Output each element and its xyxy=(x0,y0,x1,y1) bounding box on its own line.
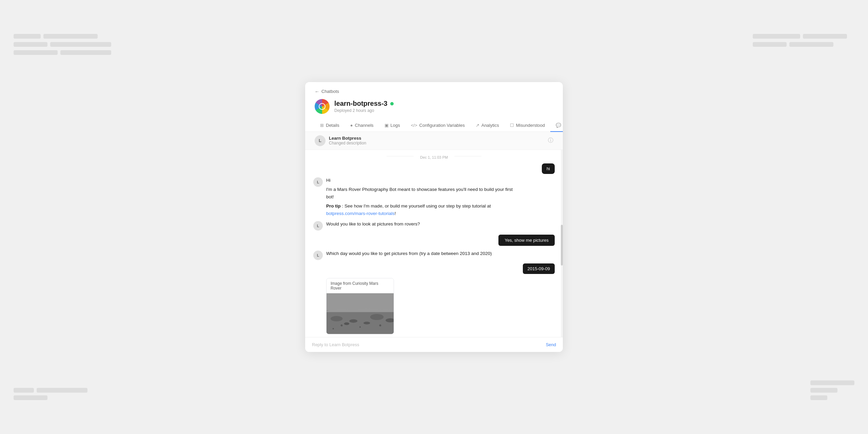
messages-scroll[interactable]: Dec 1, 11:03 PM hi L Hi I'm a Mars Rover… xyxy=(305,150,563,337)
background-left xyxy=(0,0,129,434)
system-avatar: L xyxy=(315,135,326,146)
image-card-label: Image from Curiosity Mars Rover xyxy=(327,278,394,293)
user-action-row: Yes, show me pictures xyxy=(305,233,563,248)
background-bottom-right xyxy=(810,380,854,400)
skel-bar xyxy=(14,395,47,400)
mars-image xyxy=(327,293,394,334)
bot-name-section: learn-botpress-3 Deployed 2 hours ago xyxy=(334,100,394,113)
bot-bubble-intro: Hi I'm a Mars Rover Photography Bot mean… xyxy=(326,177,516,217)
show-pictures-label: Yes, show me pictures xyxy=(505,238,549,243)
skel-bar xyxy=(60,50,111,55)
tab-details[interactable]: ⊞ Details xyxy=(315,119,345,132)
system-name: Learn Botpress xyxy=(329,136,548,141)
main-card: ← Chatbots learn-botpress-3 Deployed 2 h… xyxy=(305,82,563,352)
svg-point-5 xyxy=(370,314,384,320)
back-arrow-icon: ← xyxy=(315,89,319,94)
tab-logs-label: Logs xyxy=(391,123,400,128)
tab-logs[interactable]: ▣ Logs xyxy=(379,119,406,132)
bot-date-question-text: Which day would you like to get pictures… xyxy=(326,251,492,256)
send-label: Send xyxy=(546,342,556,347)
channels-icon: ● xyxy=(350,123,353,128)
skel-bar xyxy=(810,395,827,400)
bot-question-pictures: L Would you like to look at pictures fro… xyxy=(305,218,563,233)
tab-config[interactable]: </> Configuration Variables xyxy=(406,119,470,132)
tab-config-label: Configuration Variables xyxy=(419,123,465,128)
skel-bar xyxy=(753,42,787,47)
svg-point-12 xyxy=(379,324,381,327)
user-bubble-text: hi xyxy=(547,166,550,171)
user-message-hi: hi xyxy=(305,162,563,175)
scrollbar-thumb[interactable] xyxy=(561,225,563,265)
back-link[interactable]: ← Chatbots xyxy=(315,89,553,94)
bot-question-date: L Which day would you like to get pictur… xyxy=(305,248,563,262)
tab-misunderstood-label: Misunderstood xyxy=(516,123,545,128)
skel-bar xyxy=(14,50,58,55)
svg-point-7 xyxy=(344,322,349,325)
svg-rect-1 xyxy=(327,294,394,311)
reply-box: Send xyxy=(305,337,563,352)
status-dot xyxy=(390,102,394,105)
bot-line-hi: Hi xyxy=(326,177,516,184)
send-button[interactable]: Send xyxy=(546,342,556,347)
bot-info: learn-botpress-3 Deployed 2 hours ago xyxy=(315,99,553,114)
skel-bar xyxy=(803,34,847,39)
bot-name-text: learn-botpress-3 xyxy=(334,100,388,107)
bot-question-text: Would you like to look at pictures from … xyxy=(326,221,420,226)
svg-point-11 xyxy=(359,327,361,328)
date-bubble: 2015-09-09 xyxy=(523,263,555,274)
info-icon[interactable]: ⓘ xyxy=(548,137,553,144)
nav-tabs: ⊞ Details ● Channels ▣ Logs </> Configur… xyxy=(315,119,553,132)
svg-point-10 xyxy=(341,324,343,327)
tutorial-link[interactable]: botpress.com/mars-rover-tutorials xyxy=(326,211,395,216)
show-pictures-button[interactable]: Yes, show me pictures xyxy=(498,235,555,246)
scrollbar-track xyxy=(561,150,563,337)
tab-analytics[interactable]: ↗ Analytics xyxy=(470,119,505,132)
skel-bar xyxy=(43,34,98,39)
user-bubble: hi xyxy=(542,163,555,174)
date-label: Dec 1, 11:03 PM xyxy=(420,155,448,159)
skel-bar xyxy=(753,34,800,39)
tab-channels[interactable]: ● Channels xyxy=(345,119,379,132)
bot-status-label: Deployed 2 hours ago xyxy=(334,108,394,113)
reply-input[interactable] xyxy=(312,342,542,347)
background-right xyxy=(739,0,868,434)
system-message: L Learn Botpress Changed description ⓘ xyxy=(305,132,563,150)
background-bottom-left xyxy=(14,388,87,400)
skel-bar xyxy=(810,388,837,393)
skel-bar xyxy=(810,380,854,385)
skel-bar xyxy=(50,42,111,47)
bot-logo xyxy=(315,99,330,114)
misunderstood-icon: ☐ xyxy=(510,123,514,128)
logs-icon: ▣ xyxy=(384,123,389,128)
skel-bar xyxy=(14,42,47,47)
image-card: Image from Curiosity Mars Rover xyxy=(326,278,394,334)
bot-line-intro: I'm a Mars Rover Photography Bot meant t… xyxy=(326,186,516,200)
skel-bar xyxy=(14,34,41,39)
skel-bar xyxy=(789,42,833,47)
card-header: ← Chatbots learn-botpress-3 Deployed 2 h… xyxy=(305,82,563,132)
skel-bar xyxy=(14,388,34,393)
tab-details-label: Details xyxy=(326,123,339,128)
user-date-message: 2015-09-09 xyxy=(305,262,563,275)
bot-name: learn-botpress-3 xyxy=(334,100,394,107)
bot-bubble-q2: Which day would you like to get pictures… xyxy=(326,250,492,257)
tab-misunderstood[interactable]: ☐ Misunderstood xyxy=(505,119,550,132)
bot-avatar-q2: L xyxy=(313,251,323,260)
tab-analytics-label: Analytics xyxy=(481,123,499,128)
skel-bar xyxy=(37,388,87,393)
system-description: Changed description xyxy=(329,141,548,145)
tab-chat[interactable]: 💬 Chat xyxy=(550,119,563,132)
mars-surface-svg xyxy=(327,293,394,334)
config-icon: </> xyxy=(411,123,417,128)
date-bubble-text: 2015-09-09 xyxy=(528,266,550,271)
bot-avatar-q1: L xyxy=(313,221,323,231)
chat-icon: 💬 xyxy=(556,123,561,128)
svg-rect-2 xyxy=(327,312,394,334)
bot-line-protip: Pro tip : See how I'm made, or build me … xyxy=(326,202,516,217)
analytics-icon: ↗ xyxy=(476,123,479,128)
bot-avatar-intro: L xyxy=(313,177,323,187)
svg-point-13 xyxy=(333,328,334,330)
bot-intro-message: L Hi I'm a Mars Rover Photography Bot me… xyxy=(305,175,563,219)
date-divider: Dec 1, 11:03 PM xyxy=(305,150,563,162)
chat-area: L Learn Botpress Changed description ⓘ D… xyxy=(305,132,563,352)
